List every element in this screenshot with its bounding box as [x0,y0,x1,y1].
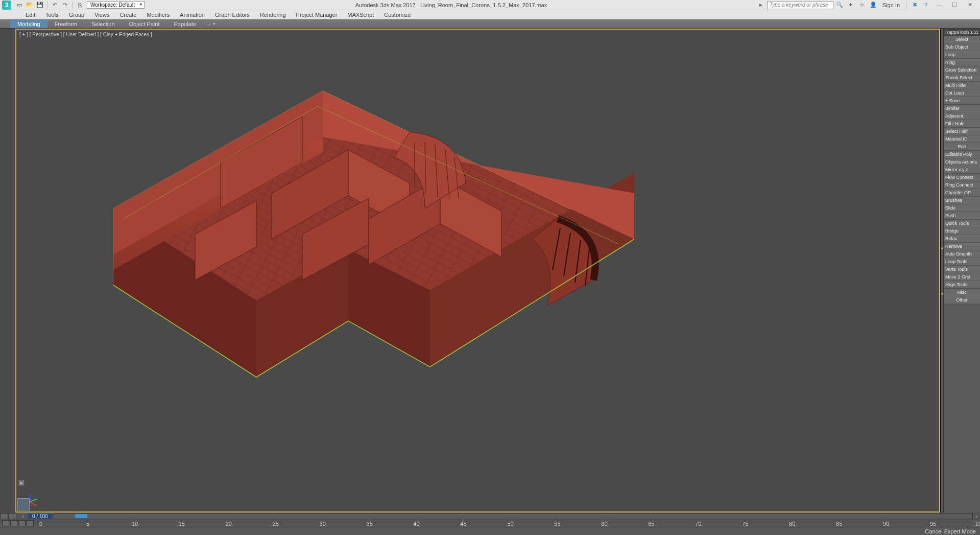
tab-object-paint[interactable]: Object Paint [122,20,167,28]
rappa-item-relax[interactable]: Relax [944,235,980,243]
timeline-scrubber[interactable] [75,514,88,519]
undo-icon[interactable]: ↶ [51,1,59,9]
rappatools-panel: RappaTools3.31 SelectSub ObjectLoopRingG… [943,29,980,513]
rappa-item-similar[interactable]: Similar [944,105,980,112]
rappa-item-objects-actions[interactable]: Objects Actions [944,158,980,166]
ruler-tick: 80 [789,521,795,527]
rappa-item-bridge[interactable]: Bridge [944,227,980,235]
tab-populate[interactable]: Populate [166,20,203,28]
star-icon[interactable]: ☆ [858,1,866,9]
ruler-tick: 60 [601,521,607,527]
rappa-item-move-2-grid[interactable]: Move 2 Grid [944,273,980,281]
user-icon: 👤 [869,1,877,9]
rappa-item-editable-poly[interactable]: Editable Poly [944,151,980,158]
timeline-config-icon[interactable] [0,513,8,519]
rappa-item-quick-tools[interactable]: Quick Tools [944,220,980,227]
sign-in-button[interactable]: Sign In [879,2,903,8]
timeline-next-icon[interactable]: › [973,513,980,519]
key-icon[interactable]: ✦ [847,1,855,9]
rappa-item-push[interactable]: Push [944,212,980,220]
viewport-label[interactable]: [ + ] [ Perspective ] [ User Defined ] [… [19,32,152,37]
caret-icon[interactable]: ▸ [757,1,765,9]
ruler-tick: 35 [367,521,373,527]
rappa-item-chamfer-op[interactable]: Chamfer OP [944,189,980,197]
new-icon[interactable]: ▭ [15,1,23,9]
timeline-prev-icon[interactable]: ‹ [19,513,27,519]
tab-modeling[interactable]: Modeling [10,20,47,28]
rappa-item-slide[interactable]: Slide [944,204,980,212]
rappa-item-flow-connect[interactable]: Flow Connect [944,174,980,181]
menu-customize[interactable]: Customize [379,11,416,19]
rappa-item-material-id[interactable]: Material ID [944,135,980,143]
rappa-item-other[interactable]: Other [944,296,980,304]
rappa-item-select-half[interactable]: Select Half [944,128,980,135]
tab-selection[interactable]: Selection [84,20,122,28]
menu-tools[interactable]: Tools [40,11,64,19]
rappa-item-sub-object[interactable]: Sub Object [944,43,980,51]
rappa-item-mirror-x-y-z[interactable]: Mirror x y z [944,166,980,174]
tab-freeform[interactable]: Freeform [47,20,85,28]
ruler-tick: 10 [132,521,138,527]
menu-maxscript[interactable]: MAXScript [342,11,379,19]
rappa-item-dot-loop[interactable]: Dot Loop [944,89,980,97]
frame-indicator[interactable]: 0 / 100 [28,513,53,519]
rappa-item-multi-hide[interactable]: Multi Hide [944,82,980,89]
time-ruler[interactable]: 0510152025303540455055606570758085909510… [0,520,980,527]
ruler-tool-icon[interactable] [18,520,26,526]
rappa-item-remove[interactable]: Remove [944,243,980,250]
rappa-item-ring[interactable]: Ring [944,59,980,66]
binoculars-icon[interactable]: 🔍 [835,1,844,9]
menu-project-manager[interactable]: Project Manager [291,11,343,19]
open-icon[interactable]: 📂 [26,1,34,9]
viewport[interactable]: [ + ] [ Perspective ] [ User Defined ] [… [15,29,940,513]
menu-animation[interactable]: Animation [175,11,210,19]
menu-group[interactable]: Group [64,11,90,19]
menu-graph-editors[interactable]: Graph Editors [210,11,255,19]
workspace-dropdown[interactable]: Workspace: Default [87,1,145,9]
menu-modifiers[interactable]: Modifiers [141,11,175,19]
rappa-item-edit[interactable]: Edit [944,143,980,151]
rappa-item-select[interactable]: Select [944,36,980,43]
ruler-tick: 65 [648,521,654,527]
search-input[interactable] [767,1,833,9]
rappa-item-brushes[interactable]: Brushes [944,197,980,204]
rappa-item-fill-hole[interactable]: Fill / Hole [944,120,980,128]
menu-views[interactable]: Views [89,11,114,19]
ruler-tool-icon[interactable] [27,520,34,526]
ribbon-expand-icon[interactable]: ⌵ ▾ [207,20,216,27]
rappa-item-loop[interactable]: Loop [944,51,980,59]
viewcube-thumbnail[interactable] [17,498,30,510]
help-icon[interactable]: ? [922,1,930,9]
rappa-item-ring-connect[interactable]: Ring Connect [944,181,980,189]
rappa-item-loop-tools[interactable]: Loop Tools [944,258,980,266]
timeline-config-icon[interactable] [8,513,16,519]
rappa-item-shrink-select[interactable]: Shrink Select [944,74,980,82]
close-button[interactable]: ✕ [963,2,977,8]
ruler-tick: 50 [507,521,513,527]
status-bar: Cancel Expert Mode [0,527,980,535]
menu-rendering[interactable]: Rendering [255,11,291,19]
rappa-item--save[interactable]: + Save [944,97,980,105]
menu-edit[interactable]: Edit [20,11,40,19]
redo-icon[interactable]: ↷ [61,1,69,9]
menu-create[interactable]: Create [114,11,141,19]
viewport-expand-icon[interactable]: ▸ [18,480,25,486]
status-mode-button[interactable]: Cancel Expert Mode [925,528,976,534]
ruler-tool-icon[interactable] [10,520,17,526]
save-icon[interactable]: 💾 [36,1,44,9]
rappa-item-grow-selection[interactable]: Grow Selection [944,66,980,74]
rappa-item-align-tools[interactable]: Align Tools [944,281,980,289]
link-icon[interactable]: ⎘ [76,1,84,9]
ruler-tick: 0 [39,521,42,527]
exchange-icon[interactable]: ✖ [911,1,919,9]
rappatools-title: RappaTools3.31 [944,29,980,36]
maximize-button[interactable]: ☐ [947,2,962,8]
timeline-track[interactable] [54,513,973,519]
ruler-tool-icon[interactable] [2,520,9,526]
rappa-item-auto-smooth[interactable]: Auto Smooth [944,250,980,258]
rappa-item-misc[interactable]: Misc [944,289,980,296]
rappa-item-verts-tools[interactable]: Verts Tools [944,266,980,273]
rappa-item-adjacent[interactable]: Adjacent [944,112,980,120]
ruler-tick: 55 [554,521,560,527]
minimize-button[interactable]: — [932,2,946,8]
